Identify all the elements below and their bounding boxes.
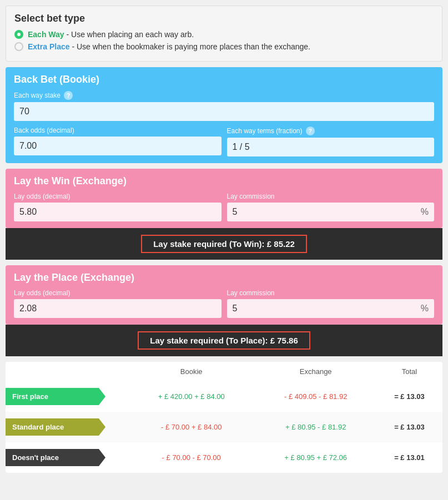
row-bookie: - £ 70.00 - £ 70.00 [128,442,255,473]
row-label: Doesn't place [6,449,105,466]
stake-input[interactable] [14,102,434,121]
row-label-cell: Standard place [6,412,128,442]
row-label: First place [6,388,105,405]
stake-help-icon[interactable]: ? [64,91,73,100]
results-table: Bookie Exchange Total First place + £ 42… [6,362,442,473]
lay-win-result-bar: Lay stake required (To Win): £ 85.22 [6,228,442,260]
row-total: = £ 13.03 [376,381,442,412]
row-total: = £ 13.03 [376,412,442,442]
header-exchange: Exchange [255,362,376,381]
row-total: = £ 13.01 [376,442,442,473]
header-scenario [6,362,128,381]
lay-place-odds-input[interactable] [14,299,222,318]
lay-place-odds-label: Lay odds (decimal) [14,289,222,297]
header-bookie: Bookie [128,362,255,381]
lay-win-commission-wrapper: % [227,203,435,221]
back-bet-section: Back Bet (Bookie) Each way stake ? Back … [6,67,442,163]
bet-type-section: Select bet type Each Way - Use when plac… [6,6,442,62]
lay-win-odds-input[interactable] [14,203,222,221]
terms-help-icon[interactable]: ? [306,127,315,135]
row-exchange: + £ 80.95 + £ 72.06 [255,442,376,473]
each-way-option[interactable]: Each Way - Use when placing an each way … [14,30,434,39]
extra-place-radio[interactable] [14,42,23,51]
bet-type-title: Select bet type [14,13,434,24]
page-wrapper: Select bet type Each Way - Use when plac… [0,0,448,478]
extra-place-option[interactable]: Extra Place - Use when the bookmaker is … [14,42,434,51]
lay-place-title: Lay the Place (Exchange) [14,272,434,284]
extra-place-label: Extra Place - Use when the bookmaker is … [28,42,310,51]
lay-win-odds-col: Lay odds (decimal) [14,193,222,221]
lay-place-odds-col: Lay odds (decimal) [14,289,222,318]
table-row: First place + £ 420.00 + £ 84.00 - £ 409… [6,381,442,412]
header-total: Total [376,362,442,381]
back-odds-col: Back odds (decimal) [14,127,222,156]
lay-place-commission-col: Lay commission % [227,289,435,318]
back-bet-title: Back Bet (Bookie) [14,74,434,85]
lay-win-title: Lay the Win (Exchange) [14,175,434,187]
table-row: Doesn't place - £ 70.00 - £ 70.00 + £ 80… [6,442,442,473]
lay-win-commission-col: Lay commission % [227,193,435,221]
row-exchange: + £ 80.95 - £ 81.92 [255,412,376,442]
lay-place-result-bar: Lay stake required (To Place): £ 75.86 [6,325,442,356]
lay-win-commission-input[interactable] [227,203,421,221]
lay-win-result-text: Lay stake required (To Win): £ 85.22 [141,235,307,253]
stake-label: Each way stake ? [14,91,434,100]
lay-win-odds-label: Lay odds (decimal) [14,193,222,200]
each-way-label: Each Way - Use when placing an each way … [28,30,194,39]
lay-win-section: Lay the Win (Exchange) Lay odds (decimal… [6,169,442,228]
results-header-row: Bookie Exchange Total [6,362,442,381]
lay-win-commission-label: Lay commission [227,193,435,200]
lay-place-section: Lay the Place (Exchange) Lay odds (decim… [6,265,442,325]
row-label: Standard place [6,418,105,436]
table-row: Standard place - £ 70.00 + £ 84.00 + £ 8… [6,412,442,442]
lay-place-commission-input[interactable] [227,299,421,318]
lay-win-percent-symbol: % [421,203,434,221]
row-label-cell: First place [6,381,128,412]
ew-terms-label: Each way terms (fraction) ? [227,127,435,135]
row-bookie: - £ 70.00 + £ 84.00 [128,412,255,442]
row-label-cell: Doesn't place [6,442,128,473]
lay-place-commission-label: Lay commission [227,289,435,297]
ew-terms-col: Each way terms (fraction) ? 1 / 5 [227,127,435,156]
back-odds-input[interactable] [14,137,222,155]
each-way-radio[interactable] [14,30,23,39]
row-bookie: + £ 420.00 + £ 84.00 [128,381,255,412]
ew-terms-display: 1 / 5 [227,138,435,156]
lay-place-commission-wrapper: % [227,299,435,318]
lay-place-percent-symbol: % [421,299,434,318]
back-odds-label: Back odds (decimal) [14,127,222,134]
results-section: Bookie Exchange Total First place + £ 42… [6,362,442,473]
lay-place-result-text: Lay stake required (To Place): £ 75.86 [138,331,310,350]
row-exchange: - £ 409.05 - £ 81.92 [255,381,376,412]
